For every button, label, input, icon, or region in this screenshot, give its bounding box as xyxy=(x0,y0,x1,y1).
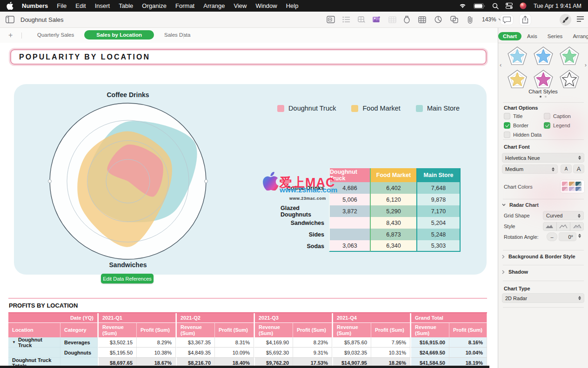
menu-item-format[interactable]: Format xyxy=(175,2,194,9)
pop-col-header[interactable]: Main Store xyxy=(416,168,461,182)
shape-tool-icon[interactable] xyxy=(404,16,410,24)
profits-value-cell[interactable]: $4,849.35 xyxy=(176,348,215,358)
profits-value-cell[interactable]: 10.38% xyxy=(137,348,176,358)
pop-row-header[interactable]: Glazed Doughnuts xyxy=(281,205,329,217)
radar-chart-section-header[interactable]: Radar Chart xyxy=(502,202,539,208)
legend-item[interactable]: Food Market xyxy=(351,105,400,112)
sidebar-tab-chart[interactable]: Chart xyxy=(498,32,521,40)
pop-cell[interactable]: 3,063 xyxy=(329,240,370,252)
chart-style-thumbnail[interactable] xyxy=(531,46,555,67)
profits-sub-header[interactable]: Revenue (Sum) xyxy=(410,322,449,337)
rotation-minus-button[interactable]: – xyxy=(547,232,557,241)
add-sheet-button[interactable]: + xyxy=(8,31,13,39)
profits-location-cell[interactable]: ▼Doughnut Truck xyxy=(8,337,60,348)
checkbox-box-icon[interactable] xyxy=(544,122,550,129)
menu-item-table[interactable]: Table xyxy=(119,2,133,9)
pop-row-header[interactable]: Sandwiches xyxy=(281,217,329,229)
checkbox-legend[interactable]: Legend xyxy=(544,122,584,129)
pop-cell[interactable] xyxy=(329,229,370,240)
pop-row-header[interactable]: Sides xyxy=(281,229,329,240)
chart-style-thumbnail[interactable] xyxy=(505,46,529,67)
menu-item-file[interactable]: File xyxy=(57,2,67,9)
pop-row-header[interactable]: Sodas xyxy=(281,240,329,252)
font-size-decrease-button[interactable]: A xyxy=(561,164,572,173)
profits-value-cell[interactable]: $3,502.15 xyxy=(98,337,137,348)
chart-style-thumbnail[interactable] xyxy=(557,46,581,67)
chart-legend[interactable]: Doughnut TruckFood MarketMain Store xyxy=(277,105,460,112)
profits-value-cell[interactable]: 8.29% xyxy=(137,337,176,348)
radar-plot[interactable] xyxy=(40,93,216,269)
pop-cell[interactable]: 8,430 xyxy=(370,217,416,229)
chart-style-thumbnail[interactable] xyxy=(557,69,581,90)
chart-colors-swatch[interactable] xyxy=(561,180,584,193)
profits-category-cell[interactable]: Doughnuts xyxy=(60,348,98,358)
font-family-dropdown[interactable]: Helvetica Neue xyxy=(502,153,584,163)
menu-item-numbers[interactable]: Numbers xyxy=(22,2,48,9)
battery-icon[interactable] xyxy=(474,3,485,9)
chart-style-thumbnail[interactable] xyxy=(531,69,555,90)
sidebar-tab-series[interactable]: Series xyxy=(543,32,568,40)
profits-value-cell[interactable]: 7.95% xyxy=(371,337,410,348)
pop-cell[interactable]: 5,303 xyxy=(416,240,461,252)
sheet-title-box[interactable]: POPULARITY BY LOCATION xyxy=(10,49,487,65)
apple-menu-icon[interactable] xyxy=(7,2,13,10)
pop-cell[interactable]: 3,872 xyxy=(329,205,370,217)
sheet-tab-sales-by-location[interactable]: Sales by Location xyxy=(84,30,154,39)
grid-shape-dropdown[interactable]: Curved xyxy=(543,211,584,220)
control-center-icon[interactable] xyxy=(506,3,513,9)
pop-cell[interactable]: 5,006 xyxy=(329,194,370,205)
pop-cell[interactable]: 6,873 xyxy=(370,229,416,240)
font-weight-dropdown[interactable]: Medium xyxy=(502,164,558,174)
profits-value-cell[interactable]: 9.31% xyxy=(293,348,332,358)
edit-data-references-button[interactable]: Edit Data References xyxy=(101,274,154,283)
menu-item-edit[interactable]: Edit xyxy=(75,2,86,9)
checkbox-box-icon[interactable] xyxy=(504,131,510,138)
menu-item-view[interactable]: View xyxy=(234,2,247,9)
pop-row-header[interactable]: Coffee Drinks xyxy=(281,182,329,194)
profits-value-cell[interactable]: $3,367.35 xyxy=(176,337,215,348)
checkbox-border[interactable]: Border xyxy=(504,122,544,129)
profits-quarter-header[interactable]: 2021-Q4 xyxy=(332,313,410,322)
disclosure-triangle-icon[interactable]: ▼ xyxy=(12,340,16,344)
radar-style-line[interactable] xyxy=(556,222,570,231)
profits-sub-header[interactable]: Profit (Sum) xyxy=(137,322,176,337)
transpose-grid-icon[interactable] xyxy=(388,16,396,23)
pop-cell[interactable] xyxy=(329,217,370,229)
profits-value-cell[interactable]: 8.16% xyxy=(449,337,487,348)
pop-col-header[interactable]: Food Market xyxy=(370,168,416,182)
pop-cell[interactable]: 5,204 xyxy=(416,217,461,229)
pop-cell[interactable]: 4,686 xyxy=(329,182,370,194)
legend-item[interactable]: Doughnut Truck xyxy=(277,105,336,112)
pop-cell[interactable]: 9,878 xyxy=(416,194,461,205)
profits-value-cell[interactable]: 10.04% xyxy=(449,348,487,358)
profits-value-cell[interactable]: 10.09% xyxy=(215,348,254,358)
pop-cell[interactable]: 7,170 xyxy=(416,205,461,217)
pop-cell[interactable]: 6,340 xyxy=(370,240,416,252)
profits-value-cell[interactable]: $5,875.60 xyxy=(332,337,371,348)
profits-quarter-header[interactable]: 2021-Q1 xyxy=(98,313,176,322)
profits-value-cell[interactable]: 10.31% xyxy=(371,348,410,358)
profits-value-cell[interactable]: $9,032.35 xyxy=(332,348,371,358)
legend-item[interactable]: Main Store xyxy=(416,105,460,112)
comment-icon[interactable] xyxy=(501,15,513,25)
menu-clock[interactable]: Tue Apr 1 9:41 AM xyxy=(534,3,581,9)
profits-value-cell[interactable]: 8.31% xyxy=(215,337,254,348)
radar-style-filled[interactable] xyxy=(543,222,556,231)
image-insert-icon[interactable] xyxy=(372,16,381,23)
table-edit-icon[interactable] xyxy=(358,16,366,23)
sidebar-tab-arrange[interactable]: Arrange xyxy=(568,32,588,40)
sidebar-tab-axis[interactable]: Axis xyxy=(522,32,542,40)
profits-quarter-header[interactable]: Grand Total xyxy=(410,313,487,322)
pop-cell[interactable]: 6,402 xyxy=(370,182,416,194)
chart-style-thumbnail[interactable] xyxy=(505,69,529,90)
table-tool-icon[interactable] xyxy=(418,16,426,23)
profits-location-cell[interactable] xyxy=(8,348,60,358)
style-page-dots[interactable] xyxy=(498,96,588,98)
profits-date-header[interactable]: Date (YQ) xyxy=(8,313,98,322)
zoom-control[interactable]: 143% xyxy=(482,16,502,23)
profits-quarter-header[interactable]: 2021-Q3 xyxy=(254,313,332,322)
radar-chart-object[interactable]: Coffee Drinks Sandwiches Doughnut TruckF… xyxy=(14,84,487,275)
chart-tool-icon[interactable] xyxy=(434,16,442,23)
organize-lines-icon[interactable] xyxy=(576,16,584,22)
pop-cell[interactable]: 5,290 xyxy=(370,205,416,217)
